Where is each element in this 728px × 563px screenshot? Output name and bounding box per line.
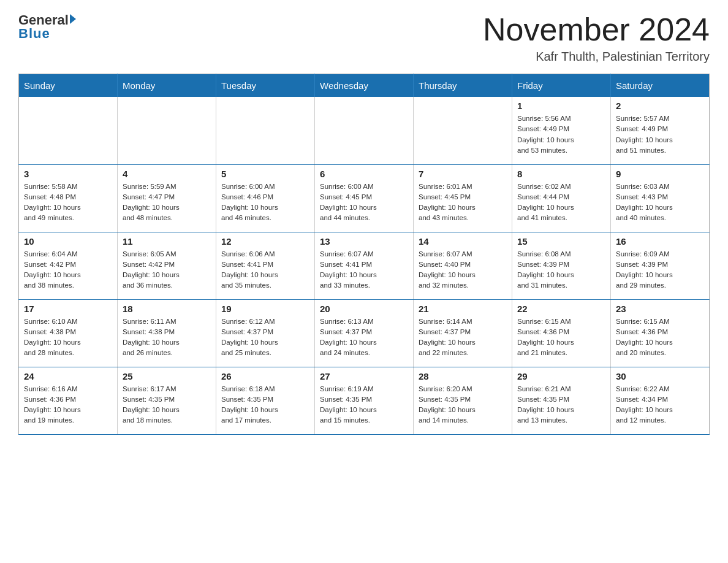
logo: General Blue <box>18 12 76 42</box>
day-info: Sunrise: 6:08 AM Sunset: 4:39 PM Dayligh… <box>517 249 605 291</box>
title-section: November 2024 Kafr Thulth, Palestinian T… <box>483 12 710 64</box>
day-info: Sunrise: 6:00 AM Sunset: 4:45 PM Dayligh… <box>320 182 408 224</box>
calendar-cell: 8Sunrise: 6:02 AM Sunset: 4:44 PM Daylig… <box>512 164 611 232</box>
day-number: 10 <box>24 236 112 247</box>
calendar-cell: 24Sunrise: 6:16 AM Sunset: 4:36 PM Dayli… <box>19 367 118 434</box>
day-number: 6 <box>320 169 408 179</box>
calendar-cell: 6Sunrise: 6:00 AM Sunset: 4:45 PM Daylig… <box>315 164 414 232</box>
calendar-week-row: 17Sunrise: 6:10 AM Sunset: 4:38 PM Dayli… <box>19 299 710 367</box>
day-number: 23 <box>616 304 704 314</box>
month-year-title: November 2024 <box>483 12 710 47</box>
day-number: 17 <box>24 304 112 314</box>
calendar-cell: 29Sunrise: 6:21 AM Sunset: 4:35 PM Dayli… <box>512 367 611 434</box>
calendar-cell: 17Sunrise: 6:10 AM Sunset: 4:38 PM Dayli… <box>19 299 118 367</box>
calendar-cell <box>414 97 512 164</box>
page-header: General Blue November 2024 Kafr Thulth, … <box>18 12 710 64</box>
day-info: Sunrise: 6:02 AM Sunset: 4:44 PM Dayligh… <box>517 182 605 224</box>
calendar-cell <box>315 97 414 164</box>
header-monday: Monday <box>118 74 216 98</box>
calendar-cell: 21Sunrise: 6:14 AM Sunset: 4:37 PM Dayli… <box>414 299 512 367</box>
header-sunday: Sunday <box>19 74 118 98</box>
day-info: Sunrise: 6:18 AM Sunset: 4:35 PM Dayligh… <box>221 384 309 426</box>
day-info: Sunrise: 6:00 AM Sunset: 4:46 PM Dayligh… <box>221 182 309 224</box>
day-number: 2 <box>616 101 704 111</box>
day-number: 25 <box>123 371 211 381</box>
day-number: 5 <box>221 169 309 179</box>
calendar-cell: 30Sunrise: 6:22 AM Sunset: 4:34 PM Dayli… <box>611 367 710 434</box>
calendar-cell: 16Sunrise: 6:09 AM Sunset: 4:39 PM Dayli… <box>611 232 710 299</box>
calendar-header-row: SundayMondayTuesdayWednesdayThursdayFrid… <box>19 74 710 98</box>
calendar-cell: 15Sunrise: 6:08 AM Sunset: 4:39 PM Dayli… <box>512 232 611 299</box>
calendar-cell: 25Sunrise: 6:17 AM Sunset: 4:35 PM Dayli… <box>118 367 216 434</box>
calendar-cell: 1Sunrise: 5:56 AM Sunset: 4:49 PM Daylig… <box>512 97 611 164</box>
calendar-cell: 28Sunrise: 6:20 AM Sunset: 4:35 PM Dayli… <box>414 367 512 434</box>
day-info: Sunrise: 6:04 AM Sunset: 4:42 PM Dayligh… <box>24 249 112 291</box>
calendar-week-row: 24Sunrise: 6:16 AM Sunset: 4:36 PM Dayli… <box>19 367 710 434</box>
day-info: Sunrise: 5:57 AM Sunset: 4:49 PM Dayligh… <box>616 113 704 156</box>
day-number: 16 <box>616 236 704 247</box>
calendar-cell: 3Sunrise: 5:58 AM Sunset: 4:48 PM Daylig… <box>19 164 118 232</box>
day-info: Sunrise: 5:58 AM Sunset: 4:48 PM Dayligh… <box>24 182 112 224</box>
day-number: 27 <box>320 371 408 381</box>
day-number: 20 <box>320 304 408 314</box>
calendar-cell: 23Sunrise: 6:15 AM Sunset: 4:36 PM Dayli… <box>611 299 710 367</box>
day-number: 7 <box>419 169 507 179</box>
day-number: 14 <box>419 236 507 247</box>
day-number: 18 <box>123 304 211 314</box>
day-number: 11 <box>123 236 211 247</box>
day-info: Sunrise: 6:16 AM Sunset: 4:36 PM Dayligh… <box>24 384 112 426</box>
day-info: Sunrise: 6:03 AM Sunset: 4:43 PM Dayligh… <box>616 182 704 224</box>
calendar-cell: 22Sunrise: 6:15 AM Sunset: 4:36 PM Dayli… <box>512 299 611 367</box>
day-info: Sunrise: 6:22 AM Sunset: 4:34 PM Dayligh… <box>616 384 704 426</box>
day-number: 19 <box>221 304 309 314</box>
day-number: 15 <box>517 236 605 247</box>
day-number: 30 <box>616 371 704 381</box>
day-number: 1 <box>517 101 605 111</box>
day-info: Sunrise: 5:56 AM Sunset: 4:49 PM Dayligh… <box>517 113 605 156</box>
day-info: Sunrise: 6:13 AM Sunset: 4:37 PM Dayligh… <box>320 316 408 359</box>
calendar-cell <box>19 97 118 164</box>
day-info: Sunrise: 6:10 AM Sunset: 4:38 PM Dayligh… <box>24 316 112 359</box>
day-info: Sunrise: 6:07 AM Sunset: 4:41 PM Dayligh… <box>320 249 408 291</box>
day-info: Sunrise: 6:05 AM Sunset: 4:42 PM Dayligh… <box>123 249 211 291</box>
day-number: 3 <box>24 169 112 179</box>
calendar-cell <box>216 97 315 164</box>
day-info: Sunrise: 6:15 AM Sunset: 4:36 PM Dayligh… <box>616 316 704 359</box>
calendar-cell: 10Sunrise: 6:04 AM Sunset: 4:42 PM Dayli… <box>19 232 118 299</box>
calendar-week-row: 1Sunrise: 5:56 AM Sunset: 4:49 PM Daylig… <box>19 97 710 164</box>
day-number: 28 <box>419 371 507 381</box>
header-saturday: Saturday <box>611 74 710 98</box>
day-info: Sunrise: 6:11 AM Sunset: 4:38 PM Dayligh… <box>123 316 211 359</box>
location-subtitle: Kafr Thulth, Palestinian Territory <box>483 50 710 64</box>
day-info: Sunrise: 6:01 AM Sunset: 4:45 PM Dayligh… <box>419 182 507 224</box>
day-number: 26 <box>221 371 309 381</box>
day-info: Sunrise: 6:06 AM Sunset: 4:41 PM Dayligh… <box>221 249 309 291</box>
day-number: 22 <box>517 304 605 314</box>
calendar-cell: 27Sunrise: 6:19 AM Sunset: 4:35 PM Dayli… <box>315 367 414 434</box>
calendar-cell: 9Sunrise: 6:03 AM Sunset: 4:43 PM Daylig… <box>611 164 710 232</box>
calendar-cell: 20Sunrise: 6:13 AM Sunset: 4:37 PM Dayli… <box>315 299 414 367</box>
day-info: Sunrise: 6:21 AM Sunset: 4:35 PM Dayligh… <box>517 384 605 426</box>
calendar-cell: 11Sunrise: 6:05 AM Sunset: 4:42 PM Dayli… <box>118 232 216 299</box>
calendar-cell: 4Sunrise: 5:59 AM Sunset: 4:47 PM Daylig… <box>118 164 216 232</box>
calendar-cell: 14Sunrise: 6:07 AM Sunset: 4:40 PM Dayli… <box>414 232 512 299</box>
day-number: 21 <box>419 304 507 314</box>
day-number: 8 <box>517 169 605 179</box>
day-info: Sunrise: 6:09 AM Sunset: 4:39 PM Dayligh… <box>616 249 704 291</box>
calendar-cell: 18Sunrise: 6:11 AM Sunset: 4:38 PM Dayli… <box>118 299 216 367</box>
header-tuesday: Tuesday <box>216 74 315 98</box>
calendar-table: SundayMondayTuesdayWednesdayThursdayFrid… <box>18 74 710 435</box>
header-friday: Friday <box>512 74 611 98</box>
calendar-cell: 19Sunrise: 6:12 AM Sunset: 4:37 PM Dayli… <box>216 299 315 367</box>
logo-blue: Blue <box>18 26 50 42</box>
day-number: 13 <box>320 236 408 247</box>
day-number: 4 <box>123 169 211 179</box>
day-number: 9 <box>616 169 704 179</box>
day-info: Sunrise: 6:20 AM Sunset: 4:35 PM Dayligh… <box>419 384 507 426</box>
header-wednesday: Wednesday <box>315 74 414 98</box>
calendar-cell: 2Sunrise: 5:57 AM Sunset: 4:49 PM Daylig… <box>611 97 710 164</box>
calendar-cell <box>118 97 216 164</box>
calendar-cell: 26Sunrise: 6:18 AM Sunset: 4:35 PM Dayli… <box>216 367 315 434</box>
day-info: Sunrise: 5:59 AM Sunset: 4:47 PM Dayligh… <box>123 182 211 224</box>
day-number: 29 <box>517 371 605 381</box>
